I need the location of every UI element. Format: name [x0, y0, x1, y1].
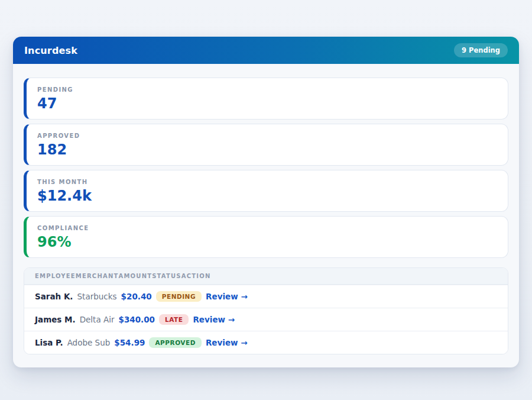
- status-badge: PENDING: [156, 291, 202, 302]
- stat-value: 182: [37, 141, 497, 158]
- stat-label: APPROVED: [37, 133, 497, 139]
- stat-value: $12.4k: [37, 188, 497, 204]
- status-badge: APPROVED: [149, 337, 201, 348]
- pending-count-badge[interactable]: 9 Pending: [454, 43, 508, 57]
- table-row: Sarah K. Starbucks $20.40 PENDING Review…: [24, 285, 508, 308]
- app-title: Incurdesk: [24, 45, 77, 56]
- stat-label: THIS MONTH: [37, 179, 497, 185]
- column-header-status: STATUS: [152, 273, 181, 279]
- stat-value: 47: [37, 95, 497, 112]
- amount-value: $54.99: [114, 338, 145, 347]
- stat-label: PENDING: [37, 86, 497, 93]
- column-header-action: ACTION: [181, 273, 211, 279]
- app-header: Incurdesk 9 Pending: [13, 37, 519, 64]
- merchant-name: Starbucks: [77, 292, 117, 301]
- table-row: James M. Delta Air $340.00 LATE Review →: [24, 308, 508, 331]
- review-link[interactable]: Review →: [206, 292, 248, 301]
- table-header-row: EMPLOYEEMERCHANTAMOUNTSTATUSACTION: [24, 268, 508, 285]
- stat-card-pending: PENDING 47: [24, 78, 508, 120]
- app-body: PENDING 47 APPROVED 182 THIS MONTH $12.4…: [13, 64, 519, 367]
- expense-table: EMPLOYEEMERCHANTAMOUNTSTATUSACTION Sarah…: [24, 267, 508, 354]
- review-link[interactable]: Review →: [206, 338, 248, 347]
- incurdesk-card: Incurdesk 9 Pending PENDING 47 APPROVED …: [13, 37, 519, 367]
- stat-card-approved: APPROVED 182: [24, 124, 508, 166]
- table-row: Lisa P. Adobe Sub $54.99 APPROVED Review…: [24, 331, 508, 354]
- stat-label: COMPLIANCE: [37, 225, 497, 231]
- stat-card-compliance: COMPLIANCE 96%: [24, 216, 508, 258]
- amount-value: $340.00: [119, 315, 155, 324]
- review-link[interactable]: Review →: [193, 315, 235, 324]
- employee-name: James M.: [35, 315, 76, 324]
- employee-name: Sarah K.: [35, 292, 73, 301]
- column-header-merchant: MERCHANT: [76, 273, 119, 279]
- status-badge: LATE: [159, 314, 189, 325]
- stat-card-this-month: THIS MONTH $12.4k: [24, 170, 508, 212]
- stat-value: 96%: [37, 234, 497, 250]
- column-header-amount: AMOUNT: [119, 273, 153, 279]
- merchant-name: Delta Air: [80, 315, 115, 324]
- amount-value: $20.40: [121, 292, 152, 301]
- merchant-name: Adobe Sub: [67, 338, 111, 347]
- employee-name: Lisa P.: [35, 338, 63, 347]
- column-header-employee: EMPLOYEE: [35, 273, 76, 279]
